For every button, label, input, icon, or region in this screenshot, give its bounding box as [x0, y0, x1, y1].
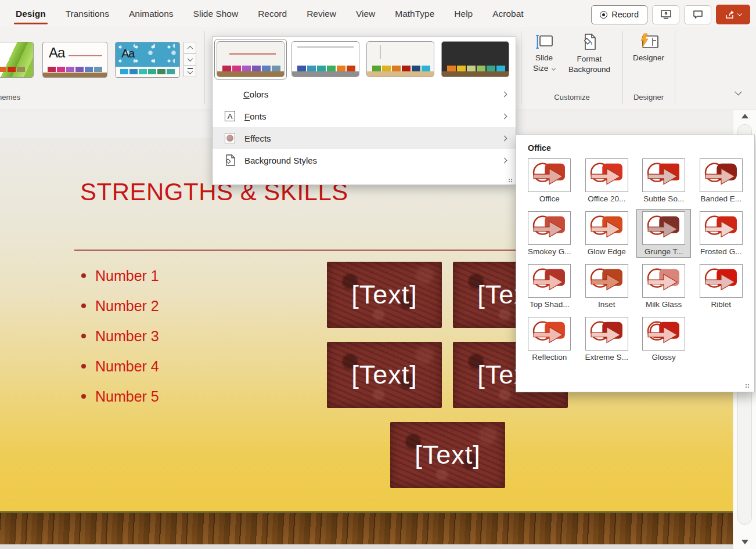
variant-thumbnail-3[interactable] — [364, 39, 437, 80]
theme-aa-glyph: Aa — [49, 45, 64, 61]
workspace-bottom-strip — [0, 544, 756, 549]
effect-style-icon — [530, 213, 568, 243]
menu-item-fonts[interactable]: A Fonts — [213, 105, 516, 127]
effect-style-icon — [530, 319, 568, 349]
effect-style-office-2007-2010[interactable]: Office 20... — [579, 156, 634, 205]
tab-slide-show[interactable]: Slide Show — [183, 0, 249, 27]
collapse-ribbon-chevron-icon[interactable] — [735, 88, 742, 96]
theme-thumbnail-partial[interactable] — [0, 42, 34, 78]
effects-icon — [225, 133, 235, 143]
scroll-up-arrow-icon[interactable] — [741, 114, 748, 118]
effect-style-milk-glass[interactable]: Milk Glass — [636, 262, 691, 310]
scroll-down-arrow-icon[interactable] — [741, 540, 748, 544]
bullet-item[interactable]: Number 1 — [81, 261, 159, 291]
record-button-label: Record — [611, 10, 639, 19]
effect-style-icon — [645, 266, 683, 296]
effect-style-banded-edge[interactable]: Banded E... — [694, 156, 748, 205]
slide-size-button[interactable]: Slide Size — [527, 33, 561, 74]
effect-style-extreme-shadow[interactable]: Extreme S... — [579, 315, 634, 363]
background-styles-icon — [224, 154, 236, 166]
text-placeholder-box[interactable]: [Text] — [327, 342, 442, 408]
comments-button[interactable] — [684, 5, 711, 24]
record-dot-icon — [600, 11, 607, 19]
theme-aa-glyph: Aa — [121, 47, 134, 60]
resize-grip[interactable] — [745, 384, 750, 388]
comment-icon — [693, 10, 703, 19]
theme-swatch — [48, 67, 56, 72]
effect-style-top-shadow[interactable]: Top Shad... — [522, 262, 577, 310]
record-button[interactable]: Record — [591, 5, 647, 24]
colors-icon — [224, 89, 235, 99]
themes-gallery-more-button[interactable] — [183, 65, 196, 77]
resize-grip[interactable] — [508, 178, 513, 183]
bullet-item[interactable]: Number 4 — [81, 351, 159, 381]
bullet-item[interactable]: Number 3 — [81, 321, 159, 351]
text-placeholder-box[interactable]: [Text] — [390, 422, 505, 488]
share-button[interactable] — [716, 5, 750, 24]
present-in-teams-button[interactable] — [652, 5, 679, 24]
effect-style-glow-edge[interactable]: Glow Edge — [579, 209, 634, 258]
menu-item-effects[interactable]: Effects — [213, 127, 516, 149]
effect-style-smokey-glass[interactable]: Smokey G... — [522, 209, 577, 258]
effect-style-inset[interactable]: Inset — [579, 262, 634, 310]
ribbon-tabs: Design Transitions Animations Slide Show… — [0, 0, 534, 27]
effect-style-icon — [530, 266, 568, 296]
theme-swatch — [94, 67, 102, 72]
variant-thumbnail-1-selected[interactable] — [214, 39, 287, 80]
tab-animations[interactable]: Animations — [119, 0, 183, 27]
variants-menu: Colors A Fonts Effects — [213, 83, 516, 171]
effect-style-frosted-glass[interactable]: Frosted G... — [694, 209, 748, 258]
theme-thumbnail-wood[interactable]: Aa — [42, 42, 107, 78]
powerpoint-window: Design Transitions Animations Slide Show… — [0, 0, 756, 549]
effect-style-glossy[interactable]: Glossy — [636, 315, 691, 363]
tab-design[interactable]: Design — [6, 0, 56, 27]
theme-thumbnail-pattern[interactable]: Aa — [115, 42, 180, 78]
theme-swatch — [57, 67, 65, 72]
tab-acrobat[interactable]: Acrobat — [483, 0, 533, 27]
bullet-list[interactable]: Number 1 Number 2 Number 3 Number 4 Numb… — [81, 261, 159, 411]
bullet-item[interactable]: Number 5 — [81, 381, 159, 411]
effect-style-icon — [645, 319, 683, 349]
customize-group-label: Customize — [540, 93, 604, 102]
tab-transitions[interactable]: Transitions — [56, 0, 119, 27]
effect-style-office[interactable]: Office — [522, 156, 577, 205]
effect-style-icon — [702, 213, 740, 243]
menu-item-background-styles[interactable]: Background Styles — [213, 149, 516, 171]
effect-style-icon — [588, 160, 626, 190]
variant-rule — [380, 45, 381, 59]
variant-thumbnail-2[interactable] — [289, 39, 362, 80]
bullet-item[interactable]: Number 2 — [81, 291, 159, 321]
theme-swatch — [157, 69, 165, 74]
tab-review[interactable]: Review — [297, 0, 346, 27]
effect-style-icon — [645, 160, 683, 190]
slide-size-label-line1: Slide — [535, 53, 553, 62]
tab-view[interactable]: View — [346, 0, 385, 27]
group-separator — [675, 31, 675, 104]
effect-style-grunge-texture-selected[interactable]: Grunge T... — [636, 209, 691, 258]
tab-mathtype[interactable]: MathType — [385, 0, 444, 27]
effect-style-riblet[interactable]: Riblet — [694, 262, 748, 310]
share-dropdown-chevron-icon — [737, 11, 741, 16]
menu-item-colors[interactable]: Colors — [213, 83, 516, 105]
theme-swatch — [8, 67, 16, 72]
themes-gallery-scroll — [183, 42, 196, 77]
variant-thumbnail-4[interactable] — [439, 39, 512, 80]
variant-rule — [297, 46, 354, 48]
effect-style-subtle-solids[interactable]: Subtle So... — [636, 156, 691, 205]
tab-help[interactable]: Help — [444, 0, 483, 27]
themes-scroll-up-button[interactable] — [183, 42, 196, 54]
themes-scroll-down-button[interactable] — [183, 53, 196, 66]
effects-gallery: Office Office 20... Subtle So... Banded … — [516, 156, 754, 363]
theme-swatch — [139, 69, 147, 74]
effect-style-reflection[interactable]: Reflection — [522, 315, 577, 363]
text-placeholder-box[interactable]: [Text] — [327, 262, 442, 328]
format-background-icon — [581, 33, 598, 52]
variants-dropdown-panel: Colors A Fonts Effects — [212, 36, 516, 185]
submenu-arrow-icon — [502, 135, 507, 141]
format-background-button[interactable]: Format Background — [564, 33, 614, 75]
wooden-floor-graphic — [0, 511, 733, 544]
titlebar-actions: Record — [591, 5, 750, 24]
designer-button[interactable]: Designer — [629, 33, 668, 63]
effect-style-icon — [588, 266, 626, 296]
tab-record[interactable]: Record — [248, 0, 297, 27]
